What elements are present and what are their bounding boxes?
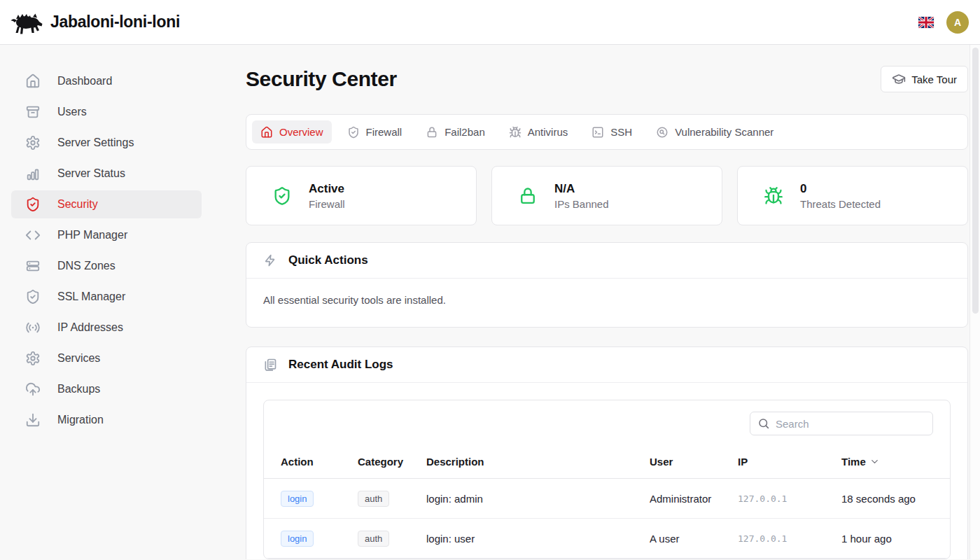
sidebar-item-server-status[interactable]: Server Status [11, 160, 202, 188]
zap-icon [263, 253, 277, 267]
description-cell: login: admin [426, 493, 650, 505]
lock-icon [518, 186, 538, 206]
sidebar-item-label: Backups [57, 383, 100, 396]
tab-vulnerability-scanner[interactable]: Vulnerability Scanner [648, 120, 782, 144]
search-input[interactable] [750, 412, 933, 435]
quick-actions-panel: Quick Actions All essential security too… [246, 242, 968, 328]
tab-label: Antivirus [528, 126, 568, 138]
sidebar-item-ssl-manager[interactable]: SSL Manager [11, 283, 202, 311]
ip-cell: 127.0.0.1 [738, 493, 841, 504]
audit-logs-title: Recent Audit Logs [288, 358, 393, 372]
sidebar-item-services[interactable]: Services [11, 344, 202, 372]
card-value: Active [309, 182, 345, 196]
column-header-user[interactable]: User [650, 456, 738, 468]
graduation-cap-icon [892, 72, 906, 86]
shield-check-icon [347, 126, 360, 139]
table-row: login auth login: admin Administrator 12… [264, 479, 950, 519]
sidebar-item-label: Dashboard [57, 75, 112, 88]
tab-fail2ban[interactable]: Fail2ban [417, 120, 493, 144]
shield-check-icon [272, 186, 292, 206]
action-badge: login [281, 491, 314, 507]
shield-check-icon [25, 197, 41, 212]
tab-overview[interactable]: Overview [252, 120, 332, 144]
card-label: IPs Banned [554, 198, 609, 210]
chevron-down-icon [869, 456, 880, 467]
topbar-actions: A [918, 11, 969, 34]
sidebar-item-backups[interactable]: Backups [11, 375, 202, 403]
sidebar-item-label: Services [57, 352, 100, 365]
take-tour-label: Take Tour [911, 74, 957, 85]
bug-icon [764, 186, 783, 206]
card-value: 0 [800, 182, 881, 196]
card-value: N/A [554, 182, 609, 196]
quick-actions-title: Quick Actions [288, 253, 368, 267]
column-header-description[interactable]: Description [426, 456, 650, 468]
audit-table: Action Category Description User IP Time [263, 400, 951, 559]
sidebar-item-label: Server Settings [57, 136, 134, 149]
user-cell: Administrator [650, 493, 738, 505]
tab-label: SSH [610, 126, 632, 138]
column-header-time[interactable]: Time [841, 456, 933, 468]
terminal-icon [592, 126, 604, 139]
search-circle-icon [656, 126, 668, 139]
firewall-status-card: Active Firewall [246, 166, 477, 225]
status-cards: Active Firewall N/A IPs Banned 0 [246, 166, 968, 225]
search-icon [757, 417, 770, 430]
sidebar-item-label: Security [57, 198, 98, 211]
take-tour-button[interactable]: Take Tour [881, 66, 968, 92]
clipboard-icon [263, 358, 277, 372]
action-badge: login [281, 531, 314, 547]
sidebar-item-users[interactable]: Users [11, 98, 202, 126]
sidebar-item-dashboard[interactable]: Dashboard [11, 67, 202, 95]
sidebar-item-label: DNS Zones [57, 260, 115, 272]
sidebar-item-label: Users [57, 106, 87, 118]
main-content: Security Center Take Tour Overview Fir [213, 45, 980, 559]
column-header-ip[interactable]: IP [738, 456, 841, 468]
tab-firewall[interactable]: Firewall [339, 120, 411, 144]
scrollbar[interactable] [969, 45, 980, 559]
bar-chart-icon [25, 166, 41, 181]
category-badge: auth [358, 531, 389, 547]
sidebar-item-label: Server Status [57, 167, 125, 180]
user-cell: A user [650, 533, 738, 545]
code-icon [25, 227, 41, 243]
sidebar-item-php-manager[interactable]: PHP Manager [11, 221, 202, 249]
ips-banned-card: N/A IPs Banned [491, 166, 722, 225]
topbar: Jabaloni-loni-loni A [0, 0, 980, 45]
quick-actions-message: All essential security tools are install… [246, 279, 967, 327]
card-label: Threats Detected [800, 198, 881, 210]
tab-label: Fail2ban [444, 126, 485, 138]
sidebar-item-server-settings[interactable]: Server Settings [11, 129, 202, 157]
bug-icon [509, 126, 522, 139]
tab-ssh[interactable]: SSH [583, 120, 640, 144]
server-icon [25, 258, 41, 274]
shield-check-icon [25, 289, 41, 304]
brand: Jabaloni-loni-loni [10, 9, 180, 36]
audit-logs-panel: Recent Audit Logs Action Catego [246, 346, 968, 559]
category-badge: auth [358, 491, 389, 507]
sidebar: Dashboard Users Server Settings Server S… [0, 45, 213, 559]
lock-icon [426, 126, 438, 139]
sidebar-item-label: Migration [57, 414, 104, 426]
column-header-category[interactable]: Category [358, 456, 426, 468]
sidebar-item-security[interactable]: Security [11, 190, 202, 218]
home-icon [260, 126, 273, 139]
time-cell: 18 seconds ago [841, 493, 933, 505]
user-avatar[interactable]: A [946, 11, 969, 34]
app-title: Jabaloni-loni-loni [50, 13, 180, 31]
uk-flag-icon[interactable] [918, 17, 934, 28]
sidebar-item-ip-addresses[interactable]: IP Addresses [11, 314, 202, 342]
page-title: Security Center [246, 67, 397, 91]
column-header-action[interactable]: Action [281, 456, 358, 468]
sidebar-item-dns-zones[interactable]: DNS Zones [11, 252, 202, 280]
sidebar-item-migration[interactable]: Migration [11, 406, 202, 434]
threats-detected-card: 0 Threats Detected [737, 166, 968, 225]
gear-icon [25, 135, 41, 150]
download-icon [25, 412, 41, 428]
scrollbar-thumb[interactable] [972, 48, 979, 314]
broadcast-icon [25, 320, 41, 335]
tab-label: Firewall [366, 126, 402, 138]
archive-icon [25, 104, 41, 120]
tab-antivirus[interactable]: Antivirus [500, 120, 577, 144]
tab-label: Overview [279, 126, 323, 138]
